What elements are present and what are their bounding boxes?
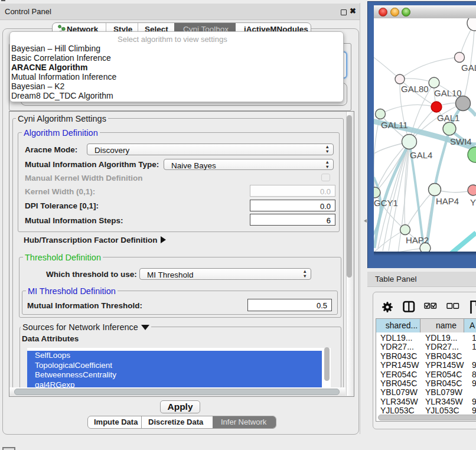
svg-text:SWI4: SWI4 (450, 136, 472, 146)
svg-text:GAL80: GAL80 (401, 84, 429, 94)
svg-text:HAP2: HAP2 (406, 235, 429, 245)
svg-text:Y: Y (470, 197, 476, 207)
svg-text:HAP4: HAP4 (436, 196, 459, 206)
svg-text:GAL1: GAL1 (437, 113, 459, 123)
svg-text:GAL11: GAL11 (381, 120, 408, 130)
svg-text:GAL4: GAL4 (410, 150, 432, 160)
svg-text:GAL10: GAL10 (434, 88, 462, 98)
svg-text:GCY1: GCY1 (374, 198, 398, 208)
svg-text:GAL7: GAL7 (461, 63, 476, 73)
